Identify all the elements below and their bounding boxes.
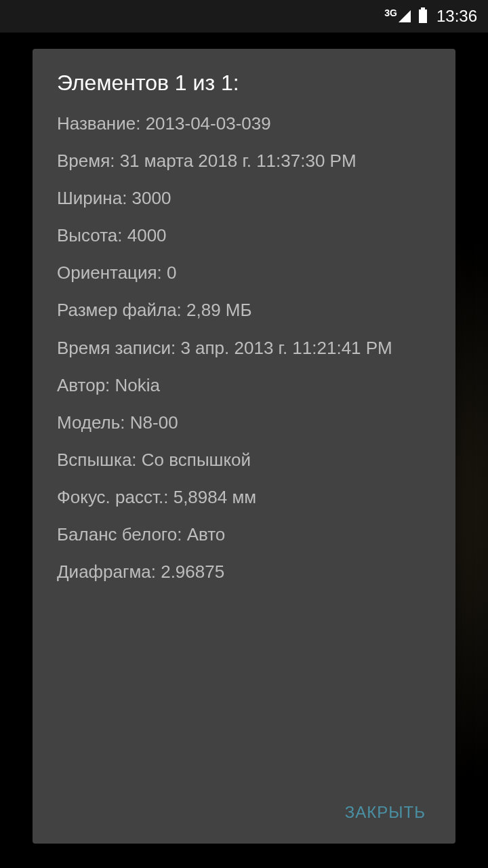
detail-name: Название: 2013-04-03-039 — [57, 112, 431, 136]
dialog-actions: Закрыть — [33, 787, 455, 844]
detail-orientation: Ориентация: 0 — [57, 261, 431, 285]
network-label: 3G — [384, 7, 397, 18]
detail-focal: Фокус. расст.: 5,8984 мм — [57, 486, 431, 509]
dialog-title: Элементов 1 из 1: — [33, 49, 455, 106]
signal-icon — [399, 10, 411, 22]
detail-wb: Баланс белого: Авто — [57, 523, 431, 547]
detail-filesize: Размер файла: 2,89 МБ — [57, 298, 431, 322]
detail-flash: Вспышка: Со вспышкой — [57, 448, 431, 472]
detail-height: Высота: 4000 — [57, 224, 431, 248]
battery-icon — [419, 9, 427, 23]
details-dialog: Элементов 1 из 1: Название: 2013-04-03-0… — [33, 49, 455, 844]
status-time: 13:36 — [436, 7, 477, 26]
close-button[interactable]: Закрыть — [331, 795, 439, 830]
detail-width: Ширина: 3000 — [57, 186, 431, 210]
detail-record-time: Время записи: 3 апр. 2013 г. 11:21:41 PM — [57, 336, 431, 360]
detail-model: Модель: N8-00 — [57, 411, 431, 435]
dialog-content: Название: 2013-04-03-039 Время: 31 марта… — [33, 106, 455, 787]
detail-time: Время: 31 марта 2018 г. 11:37:30 PM — [57, 149, 431, 173]
status-bar: 3G 13:36 — [0, 0, 488, 33]
detail-author: Автор: Nokia — [57, 374, 431, 397]
detail-aperture: Диафрагма: 2.96875 — [57, 560, 431, 584]
